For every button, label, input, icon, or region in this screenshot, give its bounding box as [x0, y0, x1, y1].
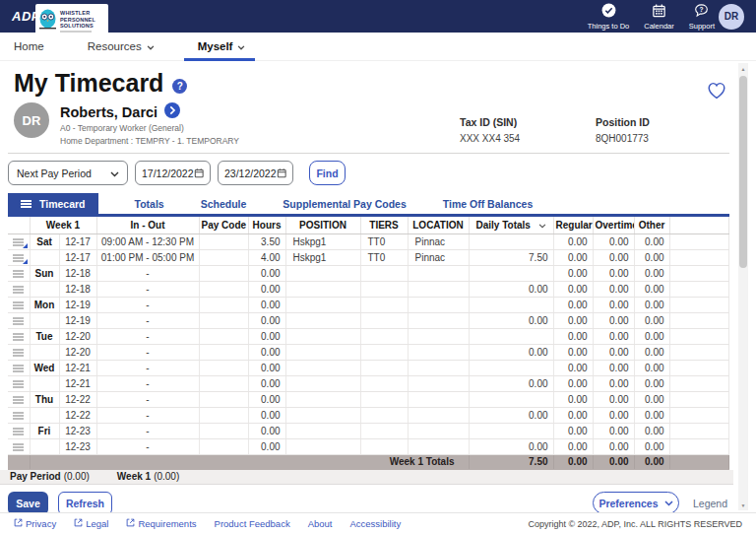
cell-in-out[interactable]: - — [96, 407, 199, 423]
user-avatar[interactable]: DR — [719, 4, 744, 30]
cell-position[interactable] — [285, 375, 360, 391]
cell-location[interactable] — [408, 328, 469, 344]
row-handle[interactable] — [8, 438, 30, 454]
cell-hours[interactable]: 0.00 — [248, 328, 285, 344]
cell-pay-code[interactable] — [199, 297, 248, 312]
legend-link[interactable]: Legend — [693, 498, 727, 509]
cell-in-out[interactable]: - — [96, 297, 199, 312]
row-handle[interactable] — [8, 312, 30, 328]
scrollbar-thumb[interactable] — [739, 76, 747, 268]
cell-tiers[interactable] — [360, 265, 408, 281]
cell-position[interactable] — [285, 312, 360, 328]
cell-in-out[interactable]: - — [96, 265, 199, 281]
cell-pay-code[interactable] — [199, 360, 248, 375]
row-handle[interactable] — [8, 375, 30, 391]
tab-time-off-balances[interactable]: Time Off Balances — [443, 198, 533, 210]
favorite-heart-icon[interactable] — [707, 82, 726, 103]
row-handle[interactable] — [8, 360, 30, 375]
cell-pay-code[interactable] — [199, 423, 248, 438]
cell-pay-code[interactable] — [199, 312, 248, 328]
cell-tiers[interactable] — [360, 328, 408, 344]
pay-period-select[interactable]: Next Pay Period — [8, 161, 128, 185]
cell-hours[interactable]: 0.00 — [248, 297, 285, 312]
cell-hours[interactable]: 0.00 — [248, 281, 285, 297]
row-handle[interactable] — [8, 265, 30, 281]
tab-schedule[interactable]: Schedule — [201, 198, 247, 210]
daily-totals-sort-icon[interactable] — [538, 220, 546, 231]
cell-location[interactable] — [408, 438, 469, 454]
cell-tiers[interactable] — [360, 297, 408, 312]
cell-hours[interactable]: 0.00 — [248, 312, 285, 328]
cell-hours[interactable]: 4.00 — [248, 249, 285, 265]
cell-location[interactable]: Pinnac — [408, 234, 469, 249]
cell-position[interactable] — [285, 391, 360, 407]
cell-hours[interactable]: 0.00 — [248, 423, 285, 438]
start-date-input[interactable]: 17/12/2022 — [135, 161, 211, 185]
employee-detail-chevron-icon[interactable] — [164, 102, 180, 121]
scroll-up-icon[interactable]: ▲ — [738, 63, 748, 74]
cell-tiers[interactable] — [360, 391, 408, 407]
tab-supplemental-pay-codes[interactable]: Supplemental Pay Codes — [283, 198, 406, 210]
cell-tiers[interactable] — [360, 423, 408, 438]
cell-pay-code[interactable] — [199, 438, 248, 454]
cell-location[interactable] — [408, 344, 469, 360]
cell-position[interactable]: Hskpg1 — [285, 249, 360, 265]
row-handle[interactable] — [8, 249, 30, 265]
row-handle[interactable] — [8, 391, 30, 407]
tab-totals[interactable]: Totals — [135, 198, 164, 210]
cell-tiers[interactable] — [360, 344, 408, 360]
footer-link-accessibility[interactable]: Accessibility — [349, 518, 401, 529]
row-handle[interactable] — [8, 234, 30, 249]
cell-hours[interactable]: 3.50 — [248, 234, 285, 249]
cell-pay-code[interactable] — [199, 407, 248, 423]
cell-location[interactable] — [408, 265, 469, 281]
footer-link-requirements[interactable]: Requirements — [126, 518, 196, 529]
cell-pay-code[interactable] — [199, 328, 248, 344]
vertical-scrollbar[interactable]: ▲ ▼ — [738, 63, 748, 510]
footer-link-legal[interactable]: Legal — [74, 518, 108, 529]
cell-hours[interactable]: 0.00 — [248, 360, 285, 375]
footer-link-about[interactable]: About — [308, 518, 333, 529]
cell-in-out[interactable]: - — [96, 423, 199, 438]
cell-tiers[interactable]: TT0 — [360, 249, 408, 265]
cell-pay-code[interactable] — [199, 234, 248, 249]
cell-hours[interactable]: 0.00 — [248, 438, 285, 454]
scroll-down-icon[interactable]: ▼ — [738, 500, 748, 510]
footer-link-product-feedback[interactable]: Product Feedback — [215, 518, 290, 529]
cell-in-out[interactable]: - — [96, 281, 199, 297]
find-button[interactable]: Find — [309, 161, 346, 185]
cell-pay-code[interactable] — [199, 281, 248, 297]
cell-tiers[interactable]: TT0 — [360, 234, 408, 249]
refresh-button[interactable]: Refresh — [58, 492, 112, 515]
cell-position[interactable]: Hskpg1 — [285, 234, 360, 249]
cell-location[interactable]: Pinnac — [408, 249, 469, 265]
row-handle[interactable] — [8, 328, 30, 344]
cell-tiers[interactable] — [360, 407, 408, 423]
cell-in-out[interactable]: - — [96, 312, 199, 328]
calendar-action[interactable]: Calendar — [644, 3, 673, 31]
cell-in-out[interactable]: - — [96, 391, 199, 407]
cell-pay-code[interactable] — [199, 249, 248, 265]
cell-pay-code[interactable] — [199, 344, 248, 360]
row-handle[interactable] — [8, 423, 30, 438]
cell-tiers[interactable] — [360, 360, 408, 375]
cell-pay-code[interactable] — [199, 375, 248, 391]
cell-in-out[interactable]: 01:00 PM - 05:00 PM — [96, 249, 199, 265]
row-handle[interactable] — [8, 297, 30, 312]
cell-tiers[interactable] — [360, 375, 408, 391]
cell-position[interactable] — [285, 438, 360, 454]
cell-tiers[interactable] — [360, 312, 408, 328]
cell-location[interactable] — [408, 375, 469, 391]
cell-hours[interactable]: 0.00 — [248, 375, 285, 391]
cell-position[interactable] — [285, 407, 360, 423]
support-chat-action[interactable]: ?Support — [689, 3, 715, 31]
cell-hours[interactable]: 0.00 — [248, 407, 285, 423]
cell-in-out[interactable]: - — [96, 360, 199, 375]
cell-location[interactable] — [408, 297, 469, 312]
cell-location[interactable] — [408, 281, 469, 297]
cell-in-out[interactable]: - — [96, 344, 199, 360]
cell-position[interactable] — [285, 344, 360, 360]
cell-position[interactable] — [285, 281, 360, 297]
cell-location[interactable] — [408, 423, 469, 438]
cell-hours[interactable]: 0.00 — [248, 344, 285, 360]
